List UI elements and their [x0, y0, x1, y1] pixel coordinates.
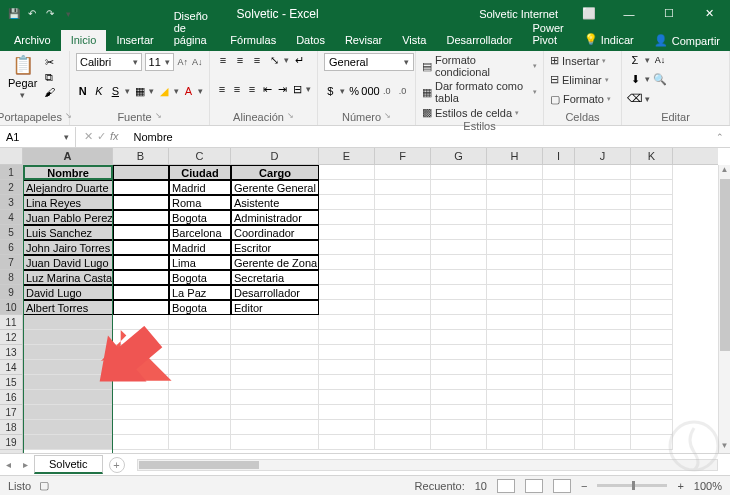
- cell[interactable]: [431, 180, 487, 195]
- cell[interactable]: [113, 375, 169, 390]
- cell[interactable]: [487, 330, 543, 345]
- cell[interactable]: [575, 420, 631, 435]
- cell[interactable]: [375, 375, 431, 390]
- formula-input[interactable]: Nombre: [130, 131, 710, 143]
- cell[interactable]: [231, 375, 319, 390]
- cell[interactable]: [319, 405, 375, 420]
- column-header[interactable]: G: [431, 148, 487, 164]
- column-header[interactable]: C: [169, 148, 231, 164]
- cell[interactable]: [543, 435, 575, 450]
- cell[interactable]: [319, 225, 375, 240]
- cell[interactable]: [631, 240, 673, 255]
- cell[interactable]: [375, 330, 431, 345]
- cell[interactable]: Juan Pablo Perez: [23, 210, 113, 225]
- cell[interactable]: [543, 165, 575, 180]
- cell[interactable]: [231, 420, 319, 435]
- row-header[interactable]: 15: [0, 375, 22, 390]
- cell[interactable]: Madrid: [169, 240, 231, 255]
- cell[interactable]: [319, 255, 375, 270]
- dialog-launcher-icon[interactable]: ↘: [155, 111, 162, 123]
- cell[interactable]: [113, 330, 169, 345]
- cell[interactable]: [375, 165, 431, 180]
- cell[interactable]: [543, 390, 575, 405]
- cell[interactable]: [543, 345, 575, 360]
- cell[interactable]: Lina Reyes: [23, 195, 113, 210]
- row-header[interactable]: 6: [0, 240, 22, 255]
- cell[interactable]: [231, 345, 319, 360]
- cell[interactable]: Alejandro Duarte: [23, 180, 113, 195]
- cell[interactable]: [487, 270, 543, 285]
- row-header[interactable]: 16: [0, 390, 22, 405]
- orientation-icon[interactable]: ⤡: [267, 53, 281, 67]
- underline-button[interactable]: S: [109, 84, 122, 98]
- cell[interactable]: [487, 165, 543, 180]
- cell[interactable]: Madrid: [169, 180, 231, 195]
- align-middle-icon[interactable]: ≡: [233, 53, 247, 67]
- page-layout-view-icon[interactable]: [525, 479, 543, 493]
- share-button[interactable]: 👤Compartir: [644, 30, 730, 51]
- cancel-icon[interactable]: ✕: [84, 130, 93, 143]
- cell[interactable]: [487, 240, 543, 255]
- cell[interactable]: [575, 330, 631, 345]
- cell[interactable]: [23, 375, 113, 390]
- cell[interactable]: [319, 270, 375, 285]
- cell[interactable]: [231, 360, 319, 375]
- tab-nav-next-icon[interactable]: ▸: [17, 459, 34, 470]
- currency-icon[interactable]: $: [324, 84, 337, 98]
- align-top-icon[interactable]: ≡: [216, 53, 230, 67]
- cell[interactable]: [431, 360, 487, 375]
- shrink-font-icon[interactable]: A↓: [191, 55, 203, 69]
- column-header[interactable]: E: [319, 148, 375, 164]
- indent-right-icon[interactable]: ⇥: [276, 82, 288, 96]
- cell[interactable]: [631, 255, 673, 270]
- cell[interactable]: Nombre: [23, 165, 113, 180]
- cell[interactable]: [231, 390, 319, 405]
- cell[interactable]: [375, 195, 431, 210]
- cell[interactable]: [631, 420, 673, 435]
- cell[interactable]: [319, 315, 375, 330]
- worksheet[interactable]: ABCDEFGHIJK 1234567891011121314151617181…: [0, 148, 730, 453]
- qat-dropdown-icon[interactable]: ▾: [60, 6, 76, 22]
- cell[interactable]: [431, 300, 487, 315]
- cell[interactable]: [431, 225, 487, 240]
- cell[interactable]: [319, 330, 375, 345]
- scrollbar-thumb[interactable]: [720, 179, 730, 351]
- cell[interactable]: [375, 240, 431, 255]
- cell[interactable]: [231, 405, 319, 420]
- cell[interactable]: [543, 300, 575, 315]
- cell[interactable]: [431, 330, 487, 345]
- cell[interactable]: [431, 435, 487, 450]
- column-header[interactable]: A: [23, 148, 113, 164]
- cell[interactable]: [631, 285, 673, 300]
- row-header[interactable]: 14: [0, 360, 22, 375]
- cell[interactable]: [543, 405, 575, 420]
- cell[interactable]: [543, 285, 575, 300]
- column-header[interactable]: K: [631, 148, 673, 164]
- cell[interactable]: [631, 330, 673, 345]
- cell[interactable]: [23, 405, 113, 420]
- cell[interactable]: [543, 420, 575, 435]
- cell[interactable]: [543, 315, 575, 330]
- font-name-combo[interactable]: Calibri▾: [76, 53, 142, 71]
- cell[interactable]: [113, 360, 169, 375]
- cell[interactable]: [169, 420, 231, 435]
- fill-color-icon[interactable]: ◢: [157, 84, 170, 98]
- tab-revisar[interactable]: Revisar: [335, 30, 392, 51]
- number-format-combo[interactable]: General▾: [324, 53, 414, 71]
- column-header[interactable]: H: [487, 148, 543, 164]
- cell[interactable]: [169, 330, 231, 345]
- row-header[interactable]: 1: [0, 165, 22, 180]
- cell[interactable]: [23, 435, 113, 450]
- cell[interactable]: [375, 390, 431, 405]
- cell[interactable]: [431, 315, 487, 330]
- autosum-icon[interactable]: Σ: [628, 53, 642, 67]
- cell[interactable]: [319, 210, 375, 225]
- cell[interactable]: [23, 420, 113, 435]
- column-header[interactable]: F: [375, 148, 431, 164]
- cell[interactable]: [319, 375, 375, 390]
- align-left-icon[interactable]: ≡: [216, 82, 228, 96]
- name-box[interactable]: A1▾: [0, 127, 76, 147]
- cell[interactable]: [575, 300, 631, 315]
- cell[interactable]: [487, 255, 543, 270]
- cell[interactable]: Gerente de Zona: [231, 255, 319, 270]
